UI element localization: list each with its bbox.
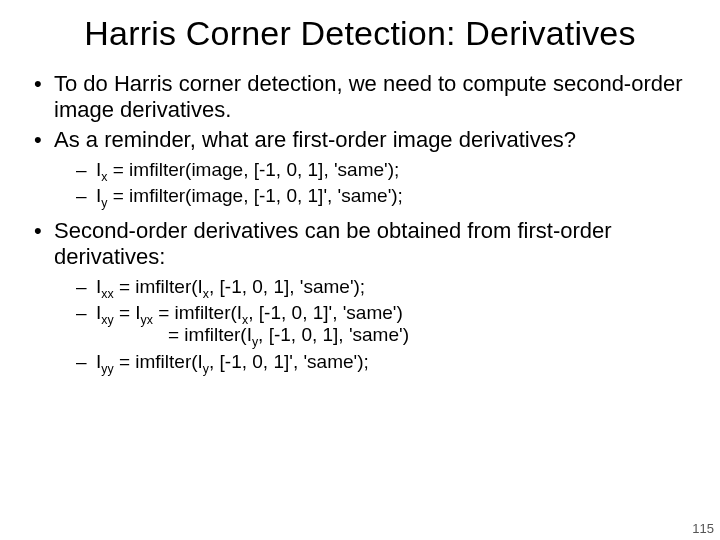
slide-title: Harris Corner Detection: Derivatives — [0, 0, 720, 53]
subscript: yy — [101, 362, 113, 376]
page-number: 115 — [692, 521, 714, 536]
slide-body: To do Harris corner detection, we need t… — [0, 53, 720, 373]
bullet-item: To do Harris corner detection, we need t… — [32, 71, 688, 123]
subscript: xx — [101, 286, 113, 300]
sub-item: Ixy = Iyx = imfilter(Ix, [-1, 0, 1]', 's… — [76, 302, 688, 347]
expr: = I — [114, 302, 141, 323]
expr: , [-1, 0, 1]', 'same') — [248, 302, 403, 323]
sub-item: Ixx = imfilter(Ix, [-1, 0, 1], 'same'); — [76, 276, 688, 298]
bullet-text: Second-order derivatives can be obtained… — [54, 218, 612, 269]
bullet-item: As a reminder, what are first-order imag… — [32, 127, 688, 208]
expr: = imfilter(I — [114, 276, 203, 297]
expr: , [-1, 0, 1], 'same') — [258, 324, 409, 345]
slide: Harris Corner Detection: Derivatives To … — [0, 0, 720, 540]
expr: = imfilter(I — [114, 351, 203, 372]
subscript: xy — [101, 313, 113, 327]
sub-item: Iyy = imfilter(Iy, [-1, 0, 1]', 'same'); — [76, 351, 688, 373]
sub-item: Ix = imfilter(image, [-1, 0, 1], 'same')… — [76, 159, 688, 181]
bullet-text: As a reminder, what are first-order imag… — [54, 127, 576, 152]
sub-list: Ix = imfilter(image, [-1, 0, 1], 'same')… — [54, 159, 688, 208]
sub-item: Iy = imfilter(image, [-1, 0, 1]', 'same'… — [76, 185, 688, 207]
expr: = imfilter(I — [153, 302, 242, 323]
expr: , [-1, 0, 1], 'same'); — [209, 276, 365, 297]
expr: = imfilter(image, [-1, 0, 1], 'same'); — [107, 159, 399, 180]
continuation: = imfilter(Iy, [-1, 0, 1], 'same') — [96, 324, 688, 346]
sub-list: Ixx = imfilter(Ix, [-1, 0, 1], 'same'); … — [54, 276, 688, 374]
expr: = imfilter(I — [168, 324, 252, 345]
bullet-list: To do Harris corner detection, we need t… — [32, 71, 688, 373]
subscript: yx — [141, 313, 153, 327]
expr: = imfilter(image, [-1, 0, 1]', 'same'); — [107, 185, 402, 206]
bullet-item: Second-order derivatives can be obtained… — [32, 218, 688, 374]
expr: , [-1, 0, 1]', 'same'); — [209, 351, 369, 372]
